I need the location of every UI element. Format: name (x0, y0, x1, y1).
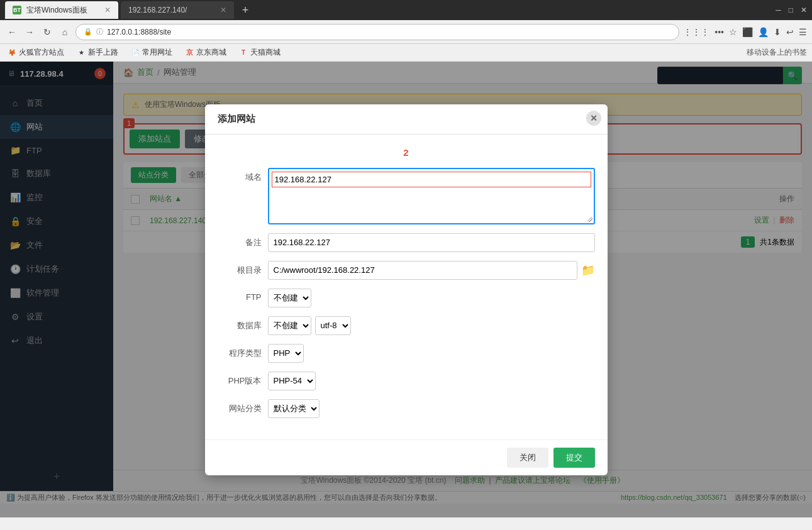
toolbar-menu[interactable]: ☰ (799, 27, 807, 37)
browser-tab-1[interactable]: BT 宝塔Windows面板 ✕ (5, 1, 118, 19)
doc-icon: 📄 (131, 48, 140, 57)
database-label: 数据库 (218, 316, 262, 331)
category-label: 网站分类 (218, 399, 262, 414)
modal-body: 2 域名 备注 根目录 (205, 135, 608, 439)
form-row-php: PHP版本 PHP-54 (218, 372, 595, 390)
tmall-icon: T (239, 48, 248, 57)
info-icon: ⓘ (96, 27, 103, 36)
window-max[interactable]: □ (789, 6, 793, 14)
toolbar-icon-2[interactable]: ••• (715, 27, 724, 37)
window-min[interactable]: ─ (776, 6, 781, 14)
program-label: 程序类型 (218, 344, 262, 359)
modal-submit-btn[interactable]: 提交 (553, 448, 595, 468)
toolbar-icon-5[interactable]: ⬇ (774, 27, 781, 37)
address-text: 127.0.0.1:8888/site (107, 28, 171, 36)
folder-icon[interactable]: 📁 (581, 263, 595, 277)
form-row-root: 根目录 📁 (218, 261, 595, 280)
mobile-bookmarks[interactable]: 移动设备上的书签 (747, 47, 807, 58)
modal-title: 添加网站 (218, 113, 255, 124)
remark-input[interactable] (268, 233, 595, 252)
php-label: PHP版本 (218, 372, 262, 387)
charset-select[interactable]: utf-8 (315, 316, 351, 335)
bookmark-jd[interactable]: 京 京东商城 (182, 46, 229, 59)
remark-label: 备注 (218, 233, 262, 248)
root-label: 根目录 (218, 261, 262, 276)
modal-close-btn[interactable]: 关闭 (507, 448, 548, 468)
bookmark-firefoxsite[interactable]: 🦊 火狐官方站点 (5, 46, 67, 59)
form-row-domain: 域名 (218, 168, 595, 224)
lock-icon: 🔒 (84, 28, 92, 36)
form-row-database: 数据库 不创建 utf-8 (218, 316, 595, 335)
form-row-ftp: FTP 不创建 (218, 289, 595, 307)
bookmark-tmall[interactable]: T 天猫商城 (236, 46, 283, 59)
new-tab-button[interactable]: + (236, 1, 254, 19)
category-select[interactable]: 默认分类 (268, 399, 320, 418)
program-select[interactable]: PHP (268, 344, 304, 363)
domain-wrapper (268, 168, 595, 224)
tab-title-1: 宝塔Windows面板 (26, 5, 87, 16)
tab-close-2[interactable]: ✕ (220, 6, 226, 14)
modal-overlay: 添加网站 ✕ 2 域名 备注 (0, 62, 812, 517)
form-row-remark: 备注 (218, 233, 595, 252)
ftp-select[interactable]: 不创建 (268, 289, 311, 307)
tab-close-1[interactable]: ✕ (104, 6, 111, 14)
address-bar[interactable]: 🔒 ⓘ 127.0.0.1:8888/site (75, 24, 679, 40)
database-select[interactable]: 不创建 (268, 316, 311, 335)
domain-input[interactable] (275, 175, 588, 184)
add-site-modal: 添加网站 ✕ 2 域名 备注 (205, 104, 608, 475)
nav-back[interactable]: ← (5, 25, 19, 39)
modal-close-button[interactable]: ✕ (586, 111, 601, 126)
toolbar-icons: ⋮⋮⋮ ••• ☆ ⬛ 👤 ⬇ ↩ ☰ (683, 27, 807, 37)
form-row-category: 网站分类 默认分类 (218, 399, 595, 418)
toolbar-icon-4[interactable]: 👤 (758, 27, 769, 37)
browser-tab-2[interactable]: 192.168.227.140/ ✕ (121, 1, 234, 19)
nav-refresh[interactable]: ↻ (40, 25, 54, 39)
bookmark-common[interactable]: 📄 常用网址 (128, 46, 175, 59)
toolbar-icon-1[interactable]: ⋮⋮⋮ (683, 27, 709, 37)
php-select[interactable]: PHP-54 (268, 372, 316, 390)
toolbar-icon-3[interactable]: ⬛ (742, 27, 753, 37)
bookmark-newbie[interactable]: ★ 新手上路 (74, 46, 121, 59)
toolbar-icon-6[interactable]: ↩ (786, 27, 794, 37)
tab-title-2: 192.168.227.140/ (128, 6, 187, 14)
bookmark-star[interactable]: ☆ (729, 27, 737, 37)
firefox-icon: 🦊 (8, 48, 16, 57)
modal-header: 添加网站 ✕ (205, 104, 608, 135)
bookmarks-bar: 🦊 火狐官方站点 ★ 新手上路 📄 常用网址 京 京东商城 T 天猫商城 移动设… (0, 44, 812, 62)
step-indicator: 2 (218, 147, 595, 158)
modal-footer: 关闭 提交 (205, 439, 608, 475)
domain-label: 域名 (218, 168, 262, 183)
browser-titlebar: BT 宝塔Windows面板 ✕ 192.168.227.140/ ✕ + ─ … (0, 0, 812, 20)
window-close[interactable]: ✕ (801, 6, 807, 14)
form-row-program: 程序类型 PHP (218, 344, 595, 363)
domain-extra-area[interactable] (272, 190, 591, 221)
ftp-label: FTP (218, 289, 262, 302)
tab-favicon-1: BT (13, 6, 21, 14)
domain-input-box[interactable] (272, 172, 591, 187)
nav-home[interactable]: ⌂ (58, 25, 72, 39)
browser-toolbar: ← → ↻ ⌂ 🔒 ⓘ 127.0.0.1:8888/site ⋮⋮⋮ ••• … (0, 20, 812, 44)
resize-handle[interactable] (587, 217, 592, 222)
nav-forward[interactable]: → (23, 25, 36, 39)
jd-icon: 京 (185, 48, 194, 57)
window-controls: ─ □ ✕ (776, 6, 807, 14)
star-icon: ★ (77, 48, 86, 57)
root-input[interactable] (268, 261, 577, 280)
